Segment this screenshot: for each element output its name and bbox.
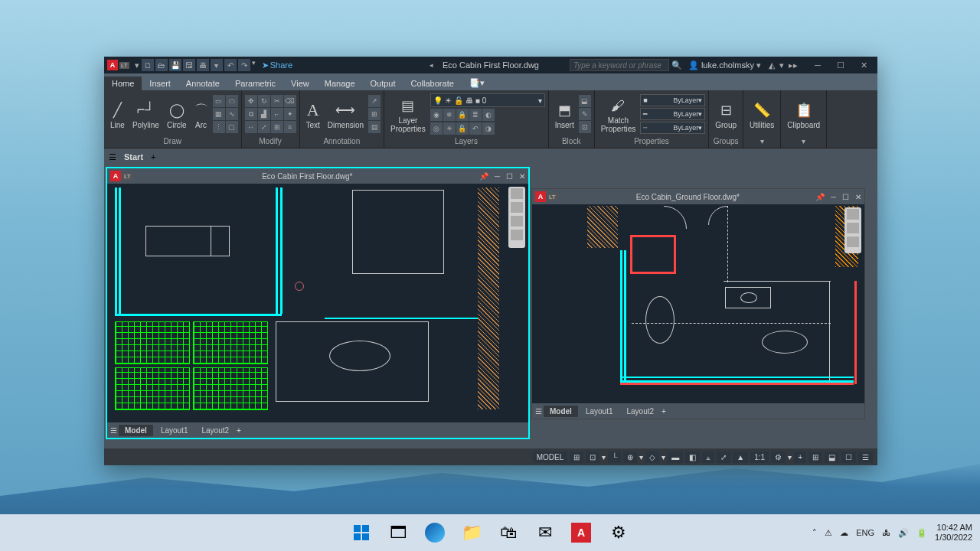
tab-express[interactable]: 📑▾: [462, 76, 492, 90]
menu-icon[interactable]: ☰: [535, 407, 542, 416]
polyline-button[interactable]: ⌐┘Polyline: [129, 98, 162, 131]
search-input[interactable]: [570, 59, 669, 71]
customize-icon[interactable]: ☰: [858, 452, 873, 463]
start-tab[interactable]: Start: [124, 152, 143, 161]
undo-icon[interactable]: ↶: [224, 59, 237, 71]
doc1-canvas[interactable]: [107, 184, 528, 422]
mtext-icon[interactable]: ▤: [368, 121, 381, 133]
doc2-layout1-tab[interactable]: Layout1: [580, 406, 619, 417]
onedrive-icon[interactable]: ☁: [840, 528, 848, 538]
layer-on-icon[interactable]: ◎: [430, 122, 443, 135]
autodesk-logo-icon[interactable]: ◭: [769, 60, 775, 70]
osnap-icon[interactable]: ◇: [645, 452, 659, 463]
workspace-icon[interactable]: ⊞: [808, 452, 822, 463]
leader-icon[interactable]: ↗: [368, 95, 381, 107]
color-dropdown[interactable]: ■ByLayer▾: [640, 94, 705, 106]
mirror-icon[interactable]: ▟: [258, 108, 270, 120]
pin-icon[interactable]: 📌: [815, 193, 825, 201]
tab-view[interactable]: View: [283, 77, 317, 90]
store-icon[interactable]: 🛍: [493, 517, 524, 548]
nav-bar[interactable]: [844, 207, 861, 253]
ellipse-icon[interactable]: ⬭: [226, 95, 238, 107]
create-block-icon[interactable]: ⬓: [579, 95, 591, 107]
tab-output[interactable]: Output: [363, 77, 403, 90]
layer-prev-icon[interactable]: ↶: [469, 122, 482, 135]
tab-parametric[interactable]: Parametric: [227, 77, 283, 90]
print-icon[interactable]: ▾: [211, 59, 223, 71]
model-indicator[interactable]: MODEL: [533, 452, 568, 463]
attr-icon[interactable]: ⊡: [579, 121, 591, 133]
settings-icon[interactable]: ⚙: [603, 517, 634, 548]
tab-annotate[interactable]: Annotate: [178, 77, 227, 90]
edit-block-icon[interactable]: ✎: [579, 108, 591, 120]
autocad-icon[interactable]: A: [567, 517, 597, 548]
layer-freeze-icon[interactable]: ❄: [443, 109, 456, 121]
user-menu[interactable]: 👤 luke.cholmsky ▾: [688, 60, 761, 70]
fillet-icon[interactable]: ⌐: [271, 108, 283, 120]
layer-lock-icon[interactable]: 🔒: [456, 109, 469, 121]
move-icon[interactable]: ✥: [245, 95, 257, 107]
point-icon[interactable]: ⋮: [213, 121, 225, 133]
layer-properties-button[interactable]: ▤Layer Properties: [387, 93, 429, 135]
mail-icon[interactable]: ✉: [530, 517, 560, 548]
anno2-icon[interactable]: ⤢: [717, 452, 730, 463]
snap-icon[interactable]: ⊡: [586, 452, 599, 463]
trim-icon[interactable]: ✂: [271, 95, 283, 107]
array-icon[interactable]: ⊞: [271, 121, 283, 133]
clock[interactable]: 10:42 AM 1/30/2022: [935, 523, 972, 543]
group-button[interactable]: ⊟Group: [712, 98, 740, 131]
new-icon[interactable]: 🗋: [142, 59, 154, 71]
doc2-minimize[interactable]: ─: [831, 193, 836, 201]
utilities-button[interactable]: 📏Utilities: [746, 98, 777, 131]
layer-match-icon[interactable]: ≣: [469, 109, 482, 121]
tab-home[interactable]: Home: [104, 77, 142, 90]
layer-off-icon[interactable]: ◉: [430, 109, 443, 121]
wifi-icon[interactable]: 🖧: [882, 528, 890, 537]
clipboard-button[interactable]: 📋Clipboard: [784, 98, 823, 131]
lineweight-dropdown[interactable]: ━ByLayer▾: [640, 108, 705, 120]
doc1-close[interactable]: ✕: [519, 172, 525, 181]
ortho-icon[interactable]: └: [608, 452, 621, 463]
text-button[interactable]: AText: [303, 98, 323, 131]
volume-icon[interactable]: 🔊: [898, 528, 909, 538]
task-view-icon[interactable]: 🗖: [383, 517, 413, 548]
doc2-model-tab[interactable]: Model: [544, 406, 578, 417]
offset-icon[interactable]: ≡: [284, 121, 296, 133]
doc1-model-tab[interactable]: Model: [119, 425, 153, 436]
maximize-button[interactable]: ☐: [830, 58, 851, 72]
menu-icon[interactable]: ☰: [110, 426, 117, 435]
grid-icon[interactable]: ⊞: [570, 452, 583, 463]
tab-insert[interactable]: Insert: [142, 77, 178, 90]
erase-icon[interactable]: ⌫: [284, 95, 296, 107]
start-menu-icon[interactable]: [346, 517, 377, 548]
match-properties-button[interactable]: 🖌Match Properties: [598, 93, 639, 135]
doc2-canvas[interactable]: [532, 204, 864, 403]
line-button[interactable]: ╱Line: [107, 98, 128, 131]
region-icon[interactable]: ▢: [226, 121, 238, 133]
explorer-icon[interactable]: 📁: [456, 517, 487, 548]
scale-icon[interactable]: ⤢: [258, 121, 270, 133]
hatch-icon[interactable]: ▦: [213, 108, 225, 120]
layer-thaw-icon[interactable]: ☀: [443, 122, 456, 135]
tab-collaborate[interactable]: Collaborate: [403, 77, 462, 90]
doc2-close[interactable]: ✕: [855, 193, 861, 201]
spline-icon[interactable]: ∿: [226, 108, 238, 120]
edge-icon[interactable]: [420, 517, 450, 548]
anno3-icon[interactable]: ▲: [733, 452, 748, 463]
transparency-icon[interactable]: ◧: [685, 452, 700, 463]
doc1-minimize[interactable]: ─: [495, 172, 500, 181]
minimize-button[interactable]: ─: [807, 58, 828, 72]
polar-icon[interactable]: ⊕: [623, 452, 637, 463]
tab-manage[interactable]: Manage: [317, 77, 363, 90]
scale-indicator[interactable]: 1:1: [750, 452, 769, 463]
copy-icon[interactable]: ⧉: [245, 108, 257, 120]
chevron-up-icon[interactable]: ˄: [812, 528, 817, 538]
open-icon[interactable]: 🗁: [155, 59, 168, 71]
add-tab-icon[interactable]: +: [151, 152, 155, 161]
battery-icon[interactable]: 🔋: [916, 528, 927, 538]
layer-dropdown[interactable]: 💡☀🔓🖶■0▾: [430, 93, 545, 107]
close-button[interactable]: ✕: [853, 58, 874, 72]
rect-icon[interactable]: ▭: [213, 95, 225, 107]
nav-bar[interactable]: [508, 187, 525, 248]
save-icon[interactable]: 💾: [169, 59, 181, 71]
